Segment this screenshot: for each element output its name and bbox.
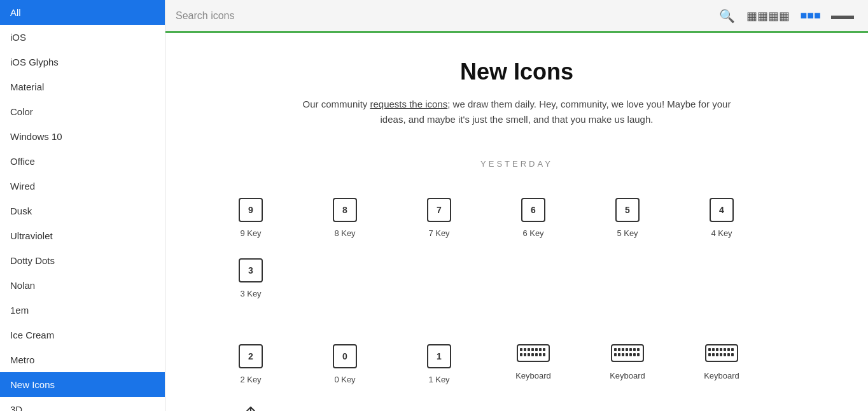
svg-rect-9 bbox=[535, 348, 538, 351]
icon-cell: USB bbox=[204, 394, 298, 411]
svg-rect-22 bbox=[626, 348, 628, 351]
key-icon-0 bbox=[333, 344, 357, 368]
svg-rect-7 bbox=[531, 348, 534, 351]
key-icon-3 bbox=[239, 258, 263, 282]
icon-label: 6 Key bbox=[522, 228, 543, 238]
svg-rect-36 bbox=[716, 353, 718, 356]
svg-rect-10 bbox=[535, 353, 538, 356]
key-icon-2 bbox=[239, 344, 263, 368]
icon-cell: Keyboard bbox=[486, 334, 580, 394]
icon-cell: 2 Key bbox=[204, 334, 298, 394]
icon-label: Keyboard bbox=[704, 371, 739, 380]
icon-label: 7 Key bbox=[428, 228, 449, 238]
icon-cell: 8 Key bbox=[298, 188, 392, 248]
sidebar-item-dusk[interactable]: Dusk bbox=[0, 199, 165, 223]
header: 🔍 ▦▦▦▦ ■■■ ▬▬ bbox=[165, 0, 868, 33]
icons-grid-row2: 2 Key0 Key1 KeyKeyboardKeyboardKeyboardU… bbox=[204, 334, 830, 411]
desc-prefix: Our community bbox=[303, 99, 370, 109]
sidebar-item-office[interactable]: Office bbox=[0, 149, 165, 174]
icon-cell: 0 Key bbox=[298, 334, 392, 394]
sidebar-item-new-icons[interactable]: New Icons bbox=[0, 372, 165, 397]
sidebar: AlliOSiOS GlyphsMaterialColorWindows 10O… bbox=[0, 0, 165, 411]
icon-cell: 9 Key bbox=[204, 188, 298, 248]
svg-rect-5 bbox=[528, 348, 530, 351]
view-toggle: ▦▦▦▦ ■■■ ▬▬ bbox=[743, 6, 858, 25]
svg-rect-8 bbox=[531, 353, 534, 356]
svg-rect-11 bbox=[539, 348, 542, 351]
key-icon-6 bbox=[521, 198, 545, 222]
key-icon-7 bbox=[427, 198, 451, 222]
sidebar-item-all[interactable]: All bbox=[0, 0, 165, 25]
view-large-grid-button[interactable]: ▬▬ bbox=[827, 6, 858, 25]
view-medium-grid-button[interactable]: ■■■ bbox=[796, 6, 825, 25]
icons-grid-row1: 9 Key8 Key7 Key6 Key5 Key4 Key3 Key bbox=[204, 188, 830, 309]
sidebar-item-ultraviolet[interactable]: Ultraviolet bbox=[0, 223, 165, 248]
large-grid-icon: ▬▬ bbox=[831, 9, 854, 22]
sidebar-item-ios-glyphs[interactable]: iOS Glyphs bbox=[0, 50, 165, 74]
svg-rect-21 bbox=[622, 353, 624, 356]
icon-label: 4 Key bbox=[711, 228, 732, 238]
sidebar-item-windows10[interactable]: Windows 10 bbox=[0, 124, 165, 149]
svg-rect-16 bbox=[614, 348, 617, 351]
svg-rect-40 bbox=[724, 353, 726, 356]
svg-rect-41 bbox=[727, 348, 730, 351]
key-icon-9 bbox=[239, 198, 263, 222]
svg-rect-25 bbox=[629, 353, 632, 356]
sidebar-item-3d[interactable]: 3D bbox=[0, 397, 165, 411]
icon-cell: 6 Key bbox=[486, 188, 580, 248]
sidebar-item-1em[interactable]: 1em bbox=[0, 298, 165, 323]
medium-grid-icon: ■■■ bbox=[800, 9, 821, 22]
keyboard-icon bbox=[611, 344, 644, 365]
svg-rect-27 bbox=[633, 353, 636, 356]
icon-label: 1 Key bbox=[428, 375, 449, 384]
search-button[interactable]: 🔍 bbox=[719, 8, 735, 24]
content-area: New Icons Our community requests the ico… bbox=[165, 33, 868, 411]
svg-rect-39 bbox=[724, 348, 726, 351]
svg-rect-32 bbox=[708, 353, 711, 356]
icon-label: 8 Key bbox=[334, 228, 355, 238]
svg-rect-37 bbox=[720, 348, 722, 351]
icon-cell: 1 Key bbox=[392, 334, 486, 394]
svg-rect-6 bbox=[528, 353, 530, 356]
icon-label: 5 Key bbox=[617, 228, 638, 238]
icon-label: Keyboard bbox=[610, 371, 645, 380]
sidebar-item-color[interactable]: Color bbox=[0, 99, 165, 124]
svg-rect-3 bbox=[524, 348, 526, 351]
sidebar-item-material[interactable]: Material bbox=[0, 74, 165, 99]
svg-rect-13 bbox=[543, 348, 545, 351]
key-icon-4 bbox=[710, 198, 734, 222]
sidebar-item-ice-cream[interactable]: Ice Cream bbox=[0, 323, 165, 347]
icon-cell: 3 Key bbox=[204, 248, 298, 309]
svg-rect-2 bbox=[520, 353, 522, 356]
icon-label: Keyboard bbox=[515, 371, 551, 380]
sidebar-item-nolan[interactable]: Nolan bbox=[0, 273, 165, 298]
svg-rect-35 bbox=[716, 348, 718, 351]
sidebar-item-dotty-dots[interactable]: Dotty Dots bbox=[0, 248, 165, 273]
sidebar-item-ios[interactable]: iOS bbox=[0, 25, 165, 50]
svg-rect-42 bbox=[727, 353, 730, 356]
search-input[interactable] bbox=[176, 10, 714, 22]
page-title: New Icons bbox=[204, 59, 830, 85]
svg-rect-19 bbox=[618, 353, 620, 356]
sidebar-item-wired[interactable]: Wired bbox=[0, 174, 165, 199]
icon-cell: 4 Key bbox=[675, 188, 769, 248]
svg-rect-29 bbox=[637, 353, 640, 356]
view-small-grid-button[interactable]: ▦▦▦▦ bbox=[743, 6, 794, 25]
svg-rect-23 bbox=[626, 353, 628, 356]
svg-rect-38 bbox=[720, 353, 722, 356]
sidebar-item-metro[interactable]: Metro bbox=[0, 347, 165, 372]
svg-rect-43 bbox=[731, 348, 734, 351]
svg-rect-17 bbox=[614, 353, 617, 356]
search-icon: 🔍 bbox=[719, 9, 735, 23]
key-icon-5 bbox=[615, 198, 640, 222]
svg-rect-44 bbox=[731, 353, 734, 356]
main-area: 🔍 ▦▦▦▦ ■■■ ▬▬ New Icons Our community re… bbox=[165, 0, 868, 411]
svg-rect-26 bbox=[633, 348, 636, 351]
svg-rect-4 bbox=[524, 353, 526, 356]
icon-label: 0 Key bbox=[334, 375, 355, 384]
icon-cell: Keyboard bbox=[580, 334, 675, 394]
requests-link[interactable]: requests the icons bbox=[370, 99, 447, 109]
icon-cell: 5 Key bbox=[580, 188, 675, 248]
icon-label: 9 Key bbox=[240, 228, 261, 238]
svg-rect-24 bbox=[629, 348, 632, 351]
